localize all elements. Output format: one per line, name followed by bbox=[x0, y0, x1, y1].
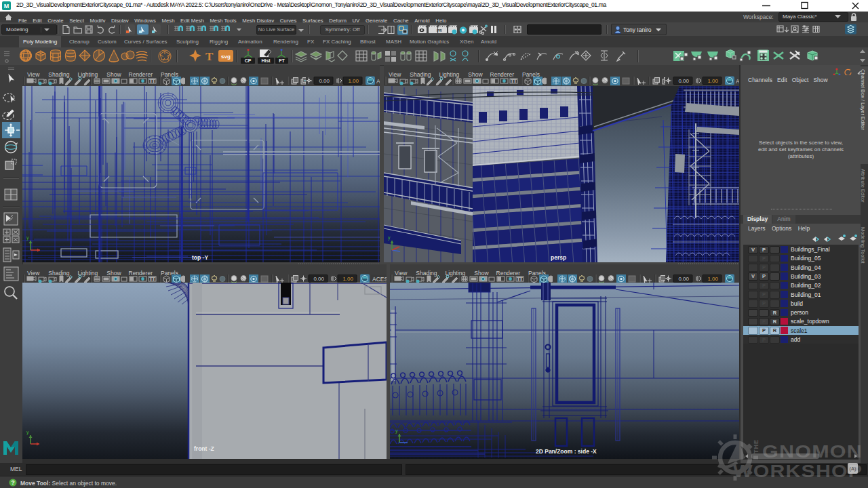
svg-text:Hist: Hist bbox=[261, 58, 271, 63]
svg-text:front -Z: front -Z bbox=[194, 445, 214, 452]
svg-text:WORKSHOP: WORKSHOP bbox=[733, 462, 863, 481]
svg-text:GNOMON: GNOMON bbox=[762, 442, 863, 461]
svg-text:y: y bbox=[26, 235, 29, 241]
svg-text:AC: AC bbox=[376, 78, 380, 85]
svg-text:FT: FT bbox=[279, 58, 285, 63]
svg-text:T: T bbox=[205, 50, 214, 63]
svg-text:(A): (A) bbox=[850, 466, 857, 472]
svg-text:ACES: ACES bbox=[372, 276, 387, 283]
svg-text:top -Y: top -Y bbox=[192, 254, 208, 261]
svg-text:2D Pan/Zoom : side -X: 2D Pan/Zoom : side -X bbox=[536, 448, 597, 455]
svg-text:y: y bbox=[388, 235, 391, 241]
svg-text:y: y bbox=[26, 430, 29, 435]
svg-text:CP: CP bbox=[245, 58, 252, 63]
svg-text:THE: THE bbox=[753, 439, 760, 453]
svg-text:svg: svg bbox=[221, 54, 231, 60]
svg-text:y: y bbox=[395, 428, 398, 434]
svg-text:persp: persp bbox=[551, 254, 566, 261]
svg-text:IPR: IPR bbox=[437, 29, 442, 33]
svg-text:M: M bbox=[4, 3, 9, 9]
svg-text:?: ? bbox=[11, 479, 14, 486]
